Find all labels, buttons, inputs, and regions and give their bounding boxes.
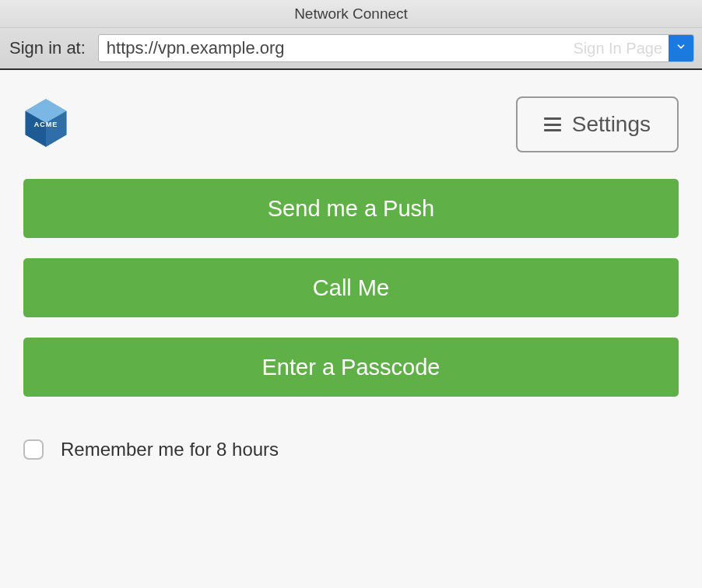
brand-logo-text: ACME [34,121,58,128]
window-title: Network Connect [294,5,408,23]
remember-row: Remember me for 8 hours [23,439,679,460]
settings-button[interactable]: Settings [516,96,679,152]
send-push-button[interactable]: Send me a Push [23,179,679,238]
brand-logo: ACME [23,99,68,150]
signin-url-input[interactable] [99,35,574,61]
remember-label: Remember me for 8 hours [61,439,279,460]
window-titlebar: Network Connect [0,0,702,28]
call-me-button[interactable]: Call Me [23,258,679,317]
hamburger-icon [544,117,561,131]
signin-label: Sign in at: [9,38,86,58]
signin-input-wrap: Sign In Page [98,34,694,62]
enter-passcode-button[interactable]: Enter a Passcode [23,338,679,397]
main-content: ACME Settings Send me a Push Call Me Ent… [0,70,702,460]
signin-row: Sign in at: Sign In Page [0,28,702,70]
chevron-down-icon [676,41,686,55]
signin-dropdown-chevron[interactable] [669,34,693,62]
remember-checkbox[interactable] [23,439,44,460]
auth-action-list: Send me a Push Call Me Enter a Passcode [23,179,679,397]
signin-page-ghost-label: Sign In Page [573,40,669,58]
content-header: ACME Settings [23,70,679,179]
settings-button-label: Settings [572,112,651,137]
